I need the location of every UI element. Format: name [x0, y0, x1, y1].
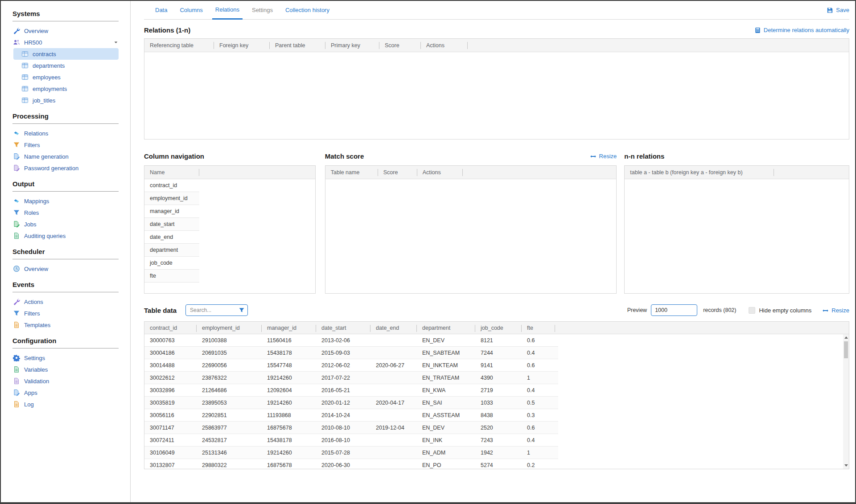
sidebar-item-overview[interactable]: Overview [12, 263, 119, 275]
sidebar-item-employments[interactable]: employments [13, 83, 119, 94]
list-item[interactable]: contract_id [144, 179, 199, 192]
sidebar-item-label: Relations [24, 130, 48, 137]
sidebar-section-title: Events [12, 281, 130, 288]
sidebar-item-password-generation[interactable]: Password generation [12, 162, 119, 174]
table-icon [21, 74, 29, 81]
match-score-resize-button[interactable]: Resize [590, 153, 617, 160]
scrollbar-thumb[interactable] [844, 341, 848, 358]
sidebar-item-job-titles[interactable]: job_titles [13, 94, 119, 106]
relations-section: Relations (1-n) Determine relations auto… [144, 26, 849, 139]
table-row[interactable]: 3007114725863977168756782010-08-102019-1… [144, 422, 558, 434]
sidebar-item-mappings[interactable]: Mappings [12, 195, 119, 207]
sidebar-section-title: Scheduler [12, 248, 130, 255]
divider [12, 292, 119, 292]
sidebar-item-variables[interactable]: Variables [12, 364, 119, 375]
sidebar-section-title: Processing [12, 112, 130, 120]
sidebar-item-auditing-queries[interactable]: Auditing queries [12, 230, 119, 242]
tab-relations[interactable]: Relations [212, 1, 243, 20]
table-row[interactable]: 3013280729880322168756782020-06-30EN_PO5… [144, 459, 558, 469]
sidebar-item-settings[interactable]: Settings [12, 352, 119, 364]
determine-relations-label: Determine relations automatically [764, 27, 849, 33]
hide-empty-columns-checkbox[interactable] [749, 307, 755, 314]
filter-funnel-icon[interactable] [239, 307, 245, 313]
table-row[interactable]: 3007241124532817154381782016-08-10EN_INK… [144, 434, 558, 447]
sidebar: SystemsOverviewHR500contractsdepartments… [1, 1, 131, 502]
sidebar-item-label: employees [33, 74, 61, 81]
sidebar-item-contracts[interactable]: contracts [13, 48, 119, 60]
sidebar-item-hr500[interactable]: HR500 [12, 37, 119, 48]
tab-data[interactable]: Data [152, 1, 170, 20]
cell: 30071147 [144, 425, 197, 431]
determine-relations-button[interactable]: Determine relations automatically [754, 27, 849, 33]
sidebar-item-apps[interactable]: Apps [12, 387, 119, 398]
table-icon [21, 62, 29, 69]
table-row[interactable]: 3005611622902851111938682014-10-24EN_ASS… [144, 409, 558, 422]
table-row[interactable]: 3002261223876322192142602017-07-22EN_TRA… [144, 372, 558, 384]
sidebar-section-title: Systems [12, 10, 130, 17]
sidebar-item-filters[interactable]: Filters [12, 139, 119, 151]
table-row[interactable]: 3003581923895053192142602020-01-122020-0… [144, 397, 558, 409]
list-item[interactable]: date_start [144, 218, 199, 231]
table-row[interactable]: 3001448822690056155477482012-06-022020-0… [144, 359, 558, 372]
sidebar-item-employees[interactable]: employees [13, 71, 119, 83]
column-header: job_code [475, 322, 522, 334]
list-item[interactable]: manager_id [144, 205, 199, 218]
cell: 2020-04-17 [370, 400, 417, 406]
cell: 2719 [475, 387, 522, 393]
tab-collection-history[interactable]: Collection history [282, 1, 333, 20]
preview-count-input[interactable] [651, 304, 697, 316]
cell: 2013-02-06 [316, 337, 370, 344]
table-row[interactable]: 3000418620691035154381782015-09-03EN_SAB… [144, 347, 558, 359]
cell: 15438178 [262, 437, 316, 443]
sidebar-item-jobs[interactable]: Jobs [12, 218, 119, 230]
document-edit-icon [13, 153, 20, 160]
cell: 0.6 [522, 362, 555, 369]
sidebar-item-label: contracts [33, 51, 56, 57]
save-button[interactable]: Save [827, 7, 849, 13]
sidebar-item-label: Password generation [24, 165, 78, 172]
table-row[interactable]: 3003289621264686120926042016-05-21EN_KWA… [144, 384, 558, 397]
sidebar-item-overview[interactable]: Overview [12, 25, 119, 37]
list-item[interactable]: department [144, 244, 199, 257]
cell: 2016-05-21 [316, 387, 370, 393]
chevron-down-icon[interactable] [113, 40, 119, 45]
column-header: manager_id [262, 322, 316, 334]
scroll-down-arrow-icon[interactable] [844, 464, 848, 467]
cell: EN_TRATEAM [417, 375, 475, 381]
tab-columns[interactable]: Columns [177, 1, 206, 20]
table-row[interactable]: 3000076329100388115604162013-02-06EN_DEV… [144, 334, 558, 347]
sidebar-item-log[interactable]: Log [12, 398, 119, 410]
hide-empty-columns-label: Hide empty columns [759, 307, 811, 314]
list-item[interactable]: employment_id [144, 192, 199, 205]
cell: EN_SAI [417, 400, 475, 406]
sidebar-item-actions[interactable]: Actions [12, 296, 119, 307]
vertical-scrollbar[interactable] [843, 334, 849, 469]
cell: 8438 [475, 412, 522, 418]
sidebar-item-departments[interactable]: departments [13, 60, 119, 71]
sidebar-item-filters[interactable]: Filters [12, 307, 119, 319]
sidebar-item-label: Overview [24, 28, 48, 34]
list-item[interactable]: job_code [144, 257, 199, 270]
column-header: Parent table [270, 39, 325, 52]
list-item[interactable]: date_end [144, 231, 199, 244]
sidebar-item-name-generation[interactable]: Name generation [12, 151, 119, 162]
scroll-up-arrow-icon[interactable] [844, 336, 848, 339]
sidebar-item-roles[interactable]: Roles [12, 207, 119, 218]
cell: 0.4 [522, 437, 555, 443]
resize-arrows-icon [822, 307, 829, 314]
table-data-title: Table data [144, 307, 177, 314]
sidebar-item-relations[interactable]: Relations [12, 127, 119, 139]
tab-settings[interactable]: Settings [249, 1, 276, 20]
table-data-resize-button[interactable]: Resize [822, 307, 849, 314]
sidebar-item-templates[interactable]: Templates [12, 319, 119, 331]
sidebar-item-label: Roles [24, 209, 39, 216]
sidebar-item-validation[interactable]: Validation [12, 375, 119, 387]
divider [12, 348, 119, 348]
cell: 2012-06-02 [316, 362, 370, 369]
cell: 2019-12-04 [370, 425, 417, 431]
table-row[interactable]: 3010604925131346192142602015-07-28EN_ADM… [144, 447, 558, 459]
list-item[interactable]: fte [144, 270, 199, 283]
save-icon [827, 7, 833, 13]
cell: 23876322 [197, 375, 262, 381]
sidebar-section-title: Output [12, 180, 130, 188]
